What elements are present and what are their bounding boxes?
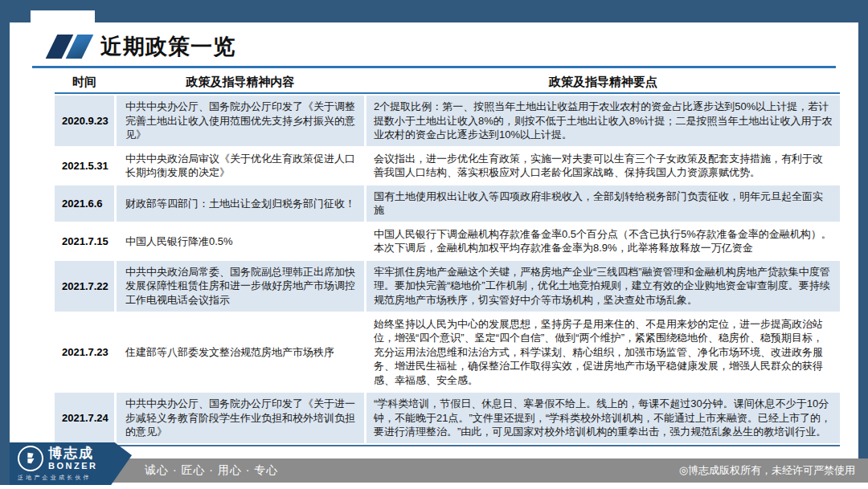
slide: { "page": { "title": "近期政策一览" }, "table"… [0, 0, 868, 489]
brand-ribbon: 博志成 BONZER 泛地产企业成长伙伴 [10, 442, 132, 485]
table-row: 2020.9.23 中共中央办公厅、国务院办公厅印发了《关于调整完善土地出让收入… [55, 96, 840, 146]
left-frame-bar [0, 22, 10, 485]
cell-content: 中共中央办公厅、国务院办公厅印发了《关于调整完善土地出让收入使用范围优先支持乡村… [117, 96, 364, 146]
cell-points: 中国人民银行下调金融机构存款准备金率0.5个百分点（不含已执行5%存款准备金率的… [366, 223, 840, 259]
col-header-content: 政策及指导精神内容 [117, 75, 364, 90]
cell-date: 2021.7.15 [55, 223, 114, 259]
cell-points: 2个提取比例：第一、按照当年土地出让收益用于农业农村的资金占比逐步达到50%以上… [366, 96, 840, 146]
col-header-time: 时间 [55, 75, 114, 90]
title-underline [32, 66, 836, 68]
cell-date: 2021.5.31 [55, 148, 114, 184]
table-row: 2021.7.23 住建部等八部委发文整治规范房地产市场秩序 始终坚持以人民为中… [55, 313, 840, 392]
policy-table: 时间 政策及指导精神内容 政策及指导精神要点 2020.9.23 中共中央办公厅… [55, 72, 840, 446]
cell-date: 2021.6.6 [55, 185, 114, 222]
cell-content: 财政部等四部门：土地出让金划归税务部门征收！ [117, 185, 364, 222]
cell-points: “学科类培训，节假日、休息日、寒暑假不给上。线上的，每课不超过30分钟。课间休息… [366, 393, 840, 443]
cell-date: 2021.7.22 [55, 261, 114, 312]
page-title: 近期政策一览 [100, 32, 235, 61]
table-row: 2021.7.24 中共中央办公厅、国务院办公厅印发了《关于进一步减轻义务教育阶… [55, 393, 840, 443]
cell-content: 中共中央政治局审议《关于优化生育政策促进人口长期均衡发展的决定》 [117, 148, 364, 184]
cell-points: 牢牢抓住房地产金融这个关键，严格房地产企业“三线四档”融资管理和金融机构房地产贷… [366, 261, 840, 312]
title-bar: 近期政策一览 [51, 32, 235, 61]
table-row: 2021.6.6 财政部等四部门：土地出让金划归税务部门征收！ 国有土地使用权出… [55, 185, 840, 222]
cell-content: 中共中央政治局常委、国务院副总理韩正出席加快发展保障性租赁住房和进一步做好房地产… [117, 261, 364, 312]
double-slash-icon [51, 35, 88, 59]
footer-copyright: ◎博志成版权所有，未经许可严禁使用 [679, 463, 868, 478]
brand-tagline: 泛地产企业成长伙伴 [18, 474, 92, 482]
table-bottom-rule [55, 445, 840, 447]
cell-points: 始终坚持以人民为中心的发展思想，坚持房子是用来住的、不是用来炒的定位，进一步提高… [366, 313, 840, 392]
cell-content: 中国人民银行降准0.5% [117, 223, 364, 259]
top-frame-notch [31, 10, 95, 22]
cell-date: 2021.7.23 [55, 313, 114, 392]
table-row: 2021.5.31 中共中央政治局审议《关于优化生育政策促进人口长期均衡发展的决… [55, 148, 840, 184]
cell-date: 2021.7.24 [55, 393, 114, 443]
footer-slogan: 诚心 · 匠心 · 用心 · 专心 [103, 463, 278, 478]
cell-points: 会议指出，进一步优化生育政策，实施一对夫妻可以生育三个子女政策及配套支持措施，有… [366, 148, 840, 184]
top-frame-bar [0, 0, 868, 22]
cell-content: 中共中央办公厅、国务院办公厅印发了《关于进一步减轻义务教育阶段学生作业负担和校外… [117, 393, 364, 443]
table-row: 2021.7.15 中国人民银行降准0.5% 中国人民银行下调金融机构存款准备金… [55, 223, 840, 259]
col-header-points: 政策及指导精神要点 [366, 75, 840, 90]
right-frame-bar [858, 22, 868, 458]
cell-content: 住建部等八部委发文整治规范房地产市场秩序 [117, 313, 364, 392]
cell-points: 国有土地使用权出让收入等四项政府非税收入，全部划转给税务部门负责征收，明年元旦起… [366, 185, 840, 222]
table-row: 2021.7.22 中共中央政治局常委、国务院副总理韩正出席加快发展保障性租赁住… [55, 261, 840, 312]
brand-name-en: BONZER [48, 461, 97, 471]
footer-bar: 诚心 · 匠心 · 用心 · 专心 ◎博志成版权所有，未经许可严禁使用 [103, 458, 868, 483]
cell-date: 2020.9.23 [55, 96, 114, 146]
brand-name-cn: 博志成 [48, 446, 97, 461]
bonzer-logo-icon [18, 446, 43, 471]
table-header-row: 时间 政策及指导精神内容 政策及指导精神要点 [55, 72, 840, 94]
